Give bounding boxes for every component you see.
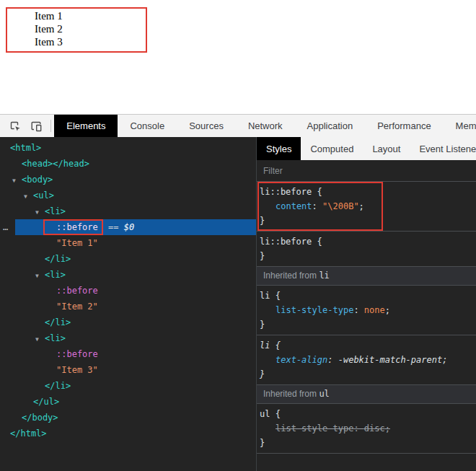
- dom-node-html-close[interactable]: </html>: [0, 426, 256, 441]
- expand-arrow-icon[interactable]: ▼: [35, 332, 45, 348]
- selector-text: li: [260, 291, 270, 301]
- dom-node-body-close[interactable]: </body>: [0, 410, 256, 426]
- token-tag: <li>: [45, 206, 66, 216]
- styles-tab-computed[interactable]: Computed: [301, 137, 363, 160]
- dom-node-ul-open[interactable]: ▼<ul>: [0, 188, 256, 203]
- page-list-item: Item 1: [35, 9, 63, 22]
- device-toolbar-icon[interactable]: [26, 115, 48, 137]
- semicolon: ;: [385, 423, 390, 433]
- semicolon: ;: [359, 201, 364, 211]
- tab-memory[interactable]: Memory: [444, 115, 476, 137]
- page-list: Item 1Item 2Item 3: [35, 9, 63, 48]
- tab-performance[interactable]: Performance: [365, 115, 443, 137]
- rule-selector[interactable]: li {: [260, 338, 472, 353]
- rule-li-author[interactable]: li {list-style-type: none;}: [257, 286, 476, 335]
- expand-arrow-icon[interactable]: ▼: [24, 189, 33, 205]
- dom-node-ul-close[interactable]: </ul>: [0, 394, 256, 410]
- declaration[interactable]: list-style-type: none;: [260, 303, 472, 317]
- page-list-item: Item 3: [35, 35, 63, 48]
- inherited-from-label: Inherited from: [263, 270, 319, 281]
- token-eq: ==: [103, 222, 124, 232]
- open-brace: {: [270, 409, 280, 419]
- inherited-from-ul: Inherited from ul: [257, 385, 476, 404]
- styles-tab-layout[interactable]: Layout: [363, 137, 410, 160]
- page-list-item: Item 2: [35, 22, 63, 35]
- selector-text: li: [260, 340, 270, 351]
- token-tag: <li>: [45, 333, 66, 343]
- main-tabs: ElementsConsoleSourcesNetworkApplication…: [54, 115, 476, 137]
- styles-filter-input[interactable]: [263, 166, 470, 176]
- inherited-from-label: Inherited from: [263, 389, 319, 399]
- dom-node-li3-before[interactable]: ::before: [0, 346, 256, 362]
- colon: :: [327, 355, 338, 365]
- dom-node-li2-open[interactable]: ▼<li>: [0, 267, 256, 283]
- rule-li-before-2[interactable]: li::before {}: [257, 232, 476, 267]
- semicolon: ;: [442, 355, 447, 365]
- declaration[interactable]: content: "\200B";: [260, 199, 472, 214]
- token-tag: </li>: [45, 381, 71, 391]
- elements-tree-panel: <html><head></head>▼<body>▼<ul>▼<li>…::b…: [0, 137, 256, 471]
- tab-elements[interactable]: Elements: [54, 115, 118, 137]
- dom-node-li1-text[interactable]: "Item 1": [0, 235, 256, 251]
- devtools-content: <html><head></head>▼<body>▼<ul>▼<li>…::b…: [0, 137, 476, 471]
- tab-sources[interactable]: Sources: [177, 115, 236, 137]
- dom-node-head[interactable]: <head></head>: [0, 156, 256, 172]
- rule-selector[interactable]: ul {: [260, 407, 472, 421]
- open-brace: {: [312, 237, 322, 247]
- dom-node-li3-close[interactable]: </li>: [0, 378, 256, 394]
- dom-node-li2-before[interactable]: ::before: [0, 283, 256, 299]
- selector-text: ul: [260, 409, 270, 419]
- inspect-icon[interactable]: [4, 115, 26, 137]
- declaration[interactable]: list-style-type: disc;: [260, 421, 472, 436]
- rule-selector[interactable]: li::before {: [260, 185, 472, 199]
- dom-node-li3-open[interactable]: ▼<li>: [0, 330, 256, 346]
- close-brace: }: [260, 214, 472, 228]
- browser-page: Item 1Item 2Item 3: [0, 0, 476, 114]
- dom-node-li3-text[interactable]: "Item 3": [0, 362, 256, 378]
- tab-network[interactable]: Network: [236, 115, 295, 137]
- expand-arrow-icon[interactable]: ▼: [35, 205, 45, 221]
- devtools: ElementsConsoleSourcesNetworkApplication…: [0, 114, 476, 471]
- token-string: "Item 1": [56, 238, 98, 248]
- token-tag: <ul>: [33, 190, 54, 201]
- styles-tab-event-listeners[interactable]: Event Listeners: [410, 137, 476, 160]
- token-tag: </li>: [45, 317, 71, 327]
- expand-arrow-icon[interactable]: ▼: [12, 173, 22, 189]
- open-brace: {: [312, 187, 322, 197]
- rule-selector[interactable]: li {: [260, 289, 472, 303]
- token-tag: </html>: [10, 428, 47, 439]
- expand-arrow-icon[interactable]: ▼: [35, 268, 45, 284]
- declaration[interactable]: text-align: -webkit-match-parent;: [260, 353, 472, 367]
- token-dollar: $0: [124, 222, 134, 232]
- styles-filter-row: [257, 160, 476, 182]
- dom-node-li1-open[interactable]: ▼<li>: [0, 203, 256, 219]
- colon: :: [353, 423, 363, 433]
- open-brace: {: [270, 340, 280, 351]
- dom-tree: <html><head></head>▼<body>▼<ul>▼<li>…::b…: [0, 140, 256, 441]
- rule-li-user-agent[interactable]: li {text-align: -webkit-match-parent;}: [257, 335, 476, 385]
- rule-li-before-1[interactable]: li::before {content: "\200B";}: [257, 182, 476, 232]
- rule-ul[interactable]: ul {list-style-type: disc;}: [257, 404, 476, 454]
- dom-node-html-open[interactable]: <html>: [0, 140, 256, 156]
- dom-node-body-open[interactable]: ▼<body>: [0, 172, 256, 188]
- property-name: list-style-type: [276, 305, 353, 315]
- inherited-element-name[interactable]: li: [319, 270, 329, 281]
- dom-node-li1-before[interactable]: …::before == $0: [0, 219, 256, 235]
- token-tag: <html>: [10, 143, 41, 153]
- token-tag: </ul>: [33, 397, 59, 407]
- rule-selector[interactable]: li::before {: [260, 234, 472, 249]
- overflow-dots-icon[interactable]: …: [3, 219, 9, 235]
- semicolon: ;: [385, 305, 390, 315]
- inherited-from-li: Inherited from li: [257, 267, 476, 286]
- styles-tab-styles[interactable]: Styles: [257, 137, 301, 160]
- property-value: disc: [364, 423, 385, 433]
- inherited-element-name[interactable]: ul: [319, 389, 329, 399]
- styles-tabs: StylesComputedLayoutEvent Listeners: [257, 137, 476, 160]
- property-name: content: [276, 201, 312, 211]
- tab-application[interactable]: Application: [295, 115, 366, 137]
- token-tag: <head></head>: [22, 159, 89, 169]
- dom-node-li2-text[interactable]: "Item 2": [0, 299, 256, 314]
- dom-node-li1-close[interactable]: </li>: [0, 251, 256, 267]
- tab-console[interactable]: Console: [118, 115, 177, 137]
- dom-node-li2-close[interactable]: </li>: [0, 314, 256, 330]
